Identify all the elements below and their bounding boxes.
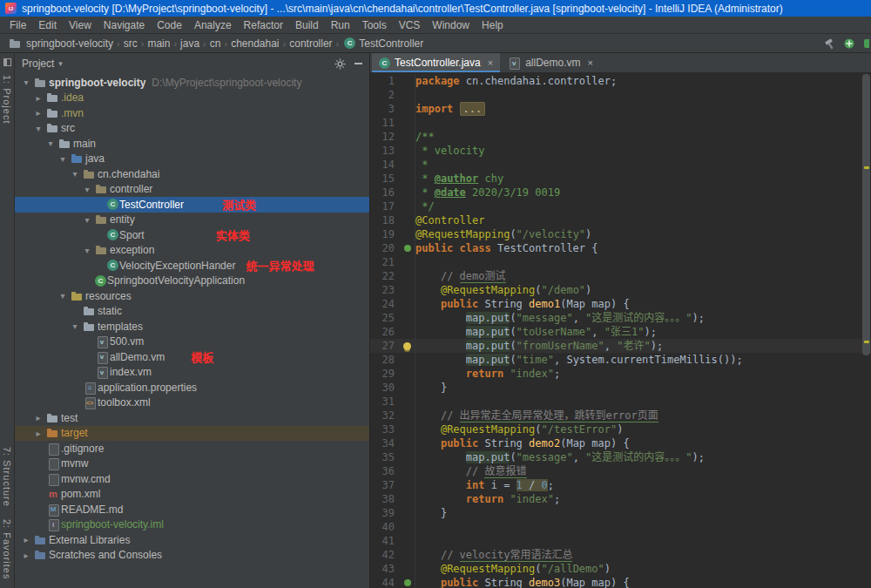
editor-scrollbar[interactable] [862,74,870,586]
tree-item-idea[interactable]: ▸.idea [15,91,369,106]
tree-item-src[interactable]: ▾src [15,121,369,137]
tree-item-gitignore[interactable]: .gitignore [15,441,369,456]
code-line-39[interactable]: 39 } [370,506,871,520]
code-line-29[interactable]: 29 return "index"; [370,367,871,381]
tree-item-static[interactable]: static [15,304,369,320]
code-line-40[interactable]: 40 [370,520,871,534]
breadcrumb-testcontroller[interactable]: CTestController [341,37,425,51]
stripe-label-1-project[interactable]: 1: Project [2,75,12,124]
code-line-23[interactable]: 23 @RequestMapping("/demo") [370,283,871,297]
tree-item-application-properties[interactable]: ≡application.properties [15,380,369,395]
code-line-31[interactable]: 31 [370,395,871,409]
code-line-25[interactable]: 25 map.put("message", "这是测试的内容。。。"); [370,311,871,325]
chevron-down-icon[interactable]: ▾ [58,59,63,68]
breadcrumb-java[interactable]: java [179,37,201,51]
close-tab-icon[interactable]: × [588,57,593,68]
expand-icon[interactable]: ▸ [32,429,44,438]
code-line-41[interactable]: 41 [370,534,871,548]
breadcrumb-controller[interactable]: controller [287,37,334,51]
tree-item-pom-xml[interactable]: mpom.xml [15,487,369,503]
tab-testcontroller-java[interactable]: CTestController.java× [372,53,500,72]
code-line-26[interactable]: 26 map.put("toUserName", "张三1"); [370,325,871,339]
expand-icon[interactable]: ▸ [32,93,44,103]
tree-item-mvn[interactable]: ▸.mvn [15,105,369,121]
menu-view[interactable]: View [63,17,98,34]
tree-item-main[interactable]: ▾main [15,136,369,152]
code-line-34[interactable]: 34 public String demo2(Map map) { [370,436,871,450]
code-line-27[interactable]: 27 map.put("fromUserName", "老许"); [370,339,871,353]
tree-item-springbootvelocityapplication[interactable]: CSpringbootVelocityApplication [15,274,369,289]
menu-navigate[interactable]: Navigate [98,17,151,34]
menu-refactor[interactable]: Refactor [238,17,289,34]
stripe-label-7-structure[interactable]: 7: Structure [2,447,12,507]
menu-file[interactable]: File [3,17,32,34]
tree-item-springboot-velocity[interactable]: ▾springboot-velocityD:\MyProject\springb… [15,75,369,91]
tree-item-index-vm[interactable]: vindex.vm [15,365,369,381]
code-line-3[interactable]: 3import ... [370,102,871,116]
code-line-42[interactable]: 42 // velocity常用语法汇总 [370,548,871,562]
tree-item-velocityexceptionhander[interactable]: CVelocityExceptionHander统一异常处理 [15,258,369,274]
breadcrumb-springboot-velocity[interactable]: springboot-velocity [5,37,115,51]
tree-item-springboot-velocity-iml[interactable]: Ispringboot-velocity.iml [15,517,369,533]
expand-icon[interactable]: ▾ [81,185,93,194]
code-line-14[interactable]: 14 * [370,158,871,172]
menu-code[interactable]: Code [151,17,188,34]
tree-item-external-libraries[interactable]: ▸External Libraries [15,532,369,548]
code-editor[interactable]: 1package cn.chendahai.controller;23impor… [370,72,871,588]
breadcrumb-main[interactable]: main [145,37,172,51]
tree-item-test[interactable]: ▸test [15,410,369,426]
tree-item-resources[interactable]: ▾resources [15,288,369,304]
menu-build[interactable]: Build [289,17,325,34]
code-line-22[interactable]: 22 // demo测试 [370,269,871,283]
bean-icon[interactable] [404,579,411,586]
code-line-13[interactable]: 13 * velocity [370,144,871,158]
expand-icon[interactable]: ▾ [69,321,81,331]
expand-icon[interactable]: ▾ [69,169,81,179]
close-tab-icon[interactable]: × [488,57,493,68]
menu-help[interactable]: Help [476,17,510,34]
tree-item-sport[interactable]: CSport实体类 [15,227,369,243]
expand-icon[interactable]: ▸ [32,413,44,422]
code-line-12[interactable]: 12/** [370,130,871,144]
tab-alldemo-vm[interactable]: vallDemo.vm× [500,53,600,72]
warning-stripe-mark[interactable] [864,341,869,343]
tree-item-templates[interactable]: ▾templates [15,319,369,335]
green-edge-icon[interactable] [862,37,869,50]
project-tool-icon[interactable] [3,58,11,66]
expand-icon[interactable]: ▸ [20,551,32,560]
menu-window[interactable]: Window [426,17,476,34]
tree-item-target[interactable]: ▸target [15,426,369,442]
project-panel-title[interactable]: Project [22,57,54,70]
scrollbar-thumb[interactable] [862,74,870,355]
tree-item-500-vm[interactable]: v500.vm [15,335,369,350]
code-line-30[interactable]: 30 } [370,381,871,395]
bean-icon[interactable] [404,245,411,252]
code-line-21[interactable]: 21 [370,255,871,269]
hammer-icon[interactable] [824,37,836,50]
tree-item-cn-chendahai[interactable]: ▾cn.chendahai [15,166,369,182]
code-line-35[interactable]: 35 map.put("message", "这是测试的内容。。。"); [370,450,871,464]
code-line-18[interactable]: 18@Controller [370,213,871,227]
expand-icon[interactable]: ▾ [81,246,93,255]
tree-item-scratches-and-consoles[interactable]: ▸Scratches and Consoles [15,548,369,564]
code-line-24[interactable]: 24 public String demo1(Map map) { [370,297,871,311]
warning-stripe-mark[interactable] [864,166,869,169]
tree-item-mvnw[interactable]: mvnw [15,456,369,472]
expand-icon[interactable]: ▾ [20,78,32,87]
stripe-label-2-favorites[interactable]: 2: Favorites [2,519,12,579]
expand-icon[interactable]: ▸ [32,108,44,118]
code-line-43[interactable]: 43 @RequestMapping("/allDemo") [370,562,871,576]
code-line-38[interactable]: 38 return "index"; [370,492,871,506]
code-line-36[interactable]: 36 // 故意报错 [370,464,871,478]
menu-tools[interactable]: Tools [356,17,393,34]
code-line-17[interactable]: 17 */ [370,199,871,213]
code-line-2[interactable]: 2 [370,88,871,102]
tree-item-readme-md[interactable]: MREADME.md [15,502,369,517]
settings-gear-icon[interactable] [334,58,346,70]
tree-item-mvnw-cmd[interactable]: mvnw.cmd [15,471,369,487]
breadcrumb-src[interactable]: src [122,37,139,51]
expand-icon[interactable]: ▾ [81,215,93,225]
tree-item-toolbox-xml[interactable]: <>toolbox.xml [15,395,369,411]
green-plugin-icon[interactable] [843,37,855,50]
hide-panel-icon[interactable] [354,63,362,64]
